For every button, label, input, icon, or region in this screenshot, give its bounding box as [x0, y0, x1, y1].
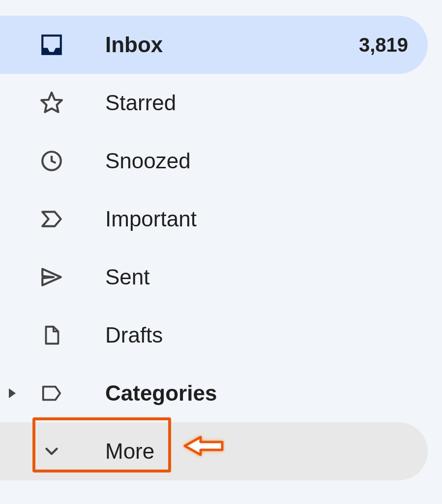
- sidebar-item-sent[interactable]: Sent: [0, 248, 428, 306]
- sidebar-item-more[interactable]: More: [0, 422, 428, 480]
- star-icon: [39, 91, 64, 115]
- expand-caret-icon[interactable]: [9, 388, 16, 398]
- sidebar-item-snoozed[interactable]: Snoozed: [0, 132, 428, 190]
- svg-marker-1: [41, 93, 62, 112]
- sidebar-nav: Inbox 3,819 Starred Snoozed Important: [0, 0, 428, 480]
- inbox-icon: [39, 32, 64, 57]
- sidebar-item-categories[interactable]: Categories: [0, 364, 428, 422]
- nav-label: Drafts: [105, 323, 408, 347]
- sidebar-item-inbox[interactable]: Inbox 3,819: [0, 16, 428, 74]
- nav-label: Categories: [105, 381, 408, 406]
- nav-label: Important: [105, 207, 408, 231]
- important-icon: [39, 207, 64, 231]
- send-icon: [39, 265, 64, 289]
- nav-label: Snoozed: [105, 149, 408, 173]
- sidebar-item-drafts[interactable]: Drafts: [0, 306, 428, 364]
- label-icon: [39, 381, 64, 406]
- nav-label: Starred: [105, 91, 408, 115]
- nav-label: More: [105, 439, 408, 464]
- clock-icon: [39, 149, 64, 173]
- sidebar-item-starred[interactable]: Starred: [0, 74, 428, 132]
- nav-label: Sent: [105, 265, 408, 289]
- chevron-down-icon: [39, 439, 64, 464]
- file-icon: [39, 323, 64, 347]
- nav-label: Inbox: [105, 32, 359, 57]
- inbox-count: 3,819: [359, 34, 408, 56]
- sidebar-item-important[interactable]: Important: [0, 190, 428, 248]
